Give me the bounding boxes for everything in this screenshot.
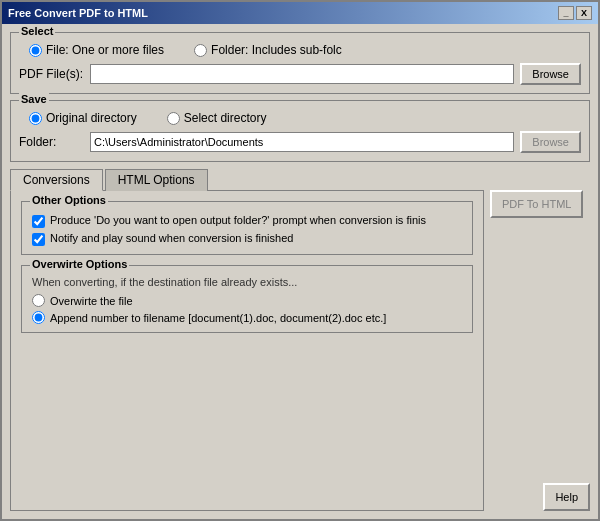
file-folder-radio-group: File: One or more files Folder: Includes… xyxy=(29,43,581,57)
minimize-button[interactable]: _ xyxy=(558,6,574,20)
main-window: Free Convert PDF to HTML _ X Select File… xyxy=(0,0,600,521)
window-title: Free Convert PDF to HTML xyxy=(8,7,148,19)
folder-radio-text: Folder: Includes sub-folc xyxy=(211,43,342,57)
tab-conversions[interactable]: Conversions xyxy=(10,169,103,191)
title-bar: Free Convert PDF to HTML _ X xyxy=(2,2,598,24)
folder-radio-label[interactable]: Folder: Includes sub-folc xyxy=(194,43,342,57)
prompt-checkbox-label: Produce 'Do you want to open output fold… xyxy=(50,214,426,226)
append-number-text: Append number to filename [document(1).d… xyxy=(50,312,386,324)
help-btn-area: Help xyxy=(490,483,590,511)
tab-header: Conversions HTML Options xyxy=(10,169,590,191)
prompt-checkbox[interactable] xyxy=(32,215,45,228)
other-options-box: Other Options Produce 'Do you want to op… xyxy=(21,201,473,255)
append-number-radio-label[interactable]: Append number to filename [document(1).d… xyxy=(32,311,462,324)
overwrite-file-radio[interactable] xyxy=(32,294,45,307)
save-radio-group: Original directory Select directory xyxy=(29,111,581,125)
select-dir-radio-label[interactable]: Select directory xyxy=(167,111,267,125)
folder-browse-button[interactable]: Browse xyxy=(520,131,581,153)
original-dir-radio[interactable] xyxy=(29,112,42,125)
overwrite-options-box: Overwirte Options When converting, if th… xyxy=(21,265,473,333)
window-body: Select File: One or more files Folder: I… xyxy=(2,24,598,519)
overwrite-file-text: Overwirte the file xyxy=(50,295,133,307)
notify-checkbox[interactable] xyxy=(32,233,45,246)
select-section-label: Select xyxy=(19,25,55,37)
select-section: Select File: One or more files Folder: I… xyxy=(10,32,590,94)
conversions-panel: Other Options Produce 'Do you want to op… xyxy=(10,190,484,511)
pdf-file-input[interactable] xyxy=(90,64,514,84)
pdf-browse-button[interactable]: Browse xyxy=(520,63,581,85)
pdf-to-html-btn-area: PDF To HTML xyxy=(490,190,590,218)
pdf-to-html-button[interactable]: PDF To HTML xyxy=(490,190,583,218)
overwrite-desc: When converting, if the destination file… xyxy=(32,276,462,288)
folder-radio[interactable] xyxy=(194,44,207,57)
file-radio-text: File: One or more files xyxy=(46,43,164,57)
pdf-file-label: PDF File(s): xyxy=(19,67,84,81)
file-radio-label[interactable]: File: One or more files xyxy=(29,43,164,57)
append-number-radio[interactable] xyxy=(32,311,45,324)
file-radio[interactable] xyxy=(29,44,42,57)
folder-input[interactable] xyxy=(90,132,514,152)
select-dir-text: Select directory xyxy=(184,111,267,125)
tabs-area: Conversions HTML Options Other Options P… xyxy=(10,168,590,511)
overwrite-file-radio-label[interactable]: Overwirte the file xyxy=(32,294,462,307)
help-button[interactable]: Help xyxy=(543,483,590,511)
checkbox2-row[interactable]: Notify and play sound when conversion is… xyxy=(32,232,462,246)
pdf-file-row: PDF File(s): Browse xyxy=(19,63,581,85)
save-section: Save Original directory Select directory… xyxy=(10,100,590,162)
folder-label: Folder: xyxy=(19,135,84,149)
folder-row: Folder: Browse xyxy=(19,131,581,153)
notify-checkbox-label: Notify and play sound when conversion is… xyxy=(50,232,293,244)
tab-content-wrapper: Other Options Produce 'Do you want to op… xyxy=(10,190,590,511)
original-dir-radio-label[interactable]: Original directory xyxy=(29,111,137,125)
original-dir-text: Original directory xyxy=(46,111,137,125)
other-options-label: Other Options xyxy=(30,194,108,206)
overwrite-options-label: Overwirte Options xyxy=(30,258,129,270)
save-section-label: Save xyxy=(19,93,49,105)
tab-html-options[interactable]: HTML Options xyxy=(105,169,208,191)
checkbox1-row[interactable]: Produce 'Do you want to open output fold… xyxy=(32,214,462,228)
close-button[interactable]: X xyxy=(576,6,592,20)
right-panel: PDF To HTML Help xyxy=(490,190,590,511)
select-dir-radio[interactable] xyxy=(167,112,180,125)
window-controls: _ X xyxy=(558,6,592,20)
